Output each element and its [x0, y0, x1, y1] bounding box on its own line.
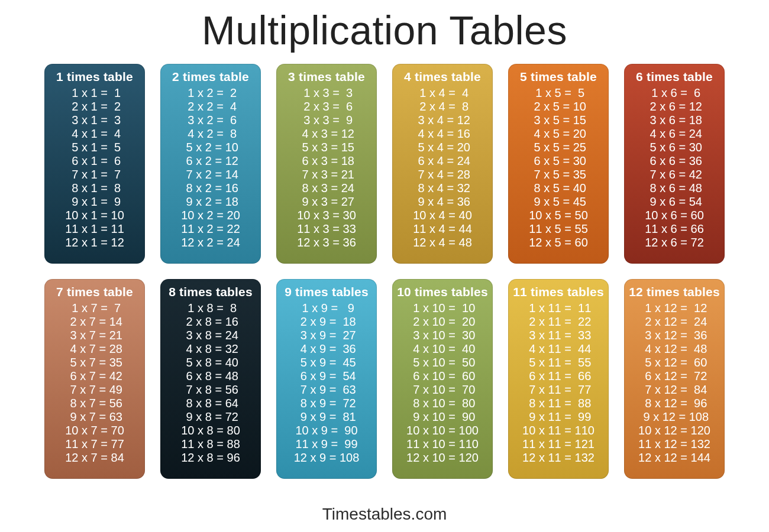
table-row: 9 x 3 = 27 [276, 195, 377, 209]
card-title: 4 times table [392, 70, 493, 84]
table-row: 7 x 3 = 21 [276, 168, 377, 181]
table-row: 10 x 8 = 80 [160, 424, 261, 437]
table-row: 8 x 12 = 96 [624, 397, 725, 410]
table-row: 7 x 9 = 63 [276, 383, 377, 397]
table-row: 8 x 11 = 88 [508, 397, 609, 410]
card-title: 5 times table [508, 70, 609, 84]
card-rows: 1 x 8 = 8 2 x 8 = 16 3 x 8 = 24 4 x 8 = … [160, 301, 261, 472]
table-row: 6 x 5 = 30 [508, 154, 609, 168]
table-row: 7 x 12 = 84 [624, 383, 725, 397]
table-row: 10 x 9 = 90 [276, 424, 377, 437]
table-row: 3 x 9 = 27 [276, 329, 377, 342]
card-title: 1 times table [44, 70, 145, 84]
table-row: 4 x 7 = 28 [44, 342, 145, 356]
table-row: 5 x 11 = 55 [508, 356, 609, 369]
table-row: 6 x 2 = 12 [160, 154, 261, 168]
table-row: 8 x 3 = 24 [276, 181, 377, 195]
table-row: 2 x 4 = 8 [392, 100, 493, 113]
table-row: 4 x 2 = 8 [160, 127, 261, 141]
table-row: 3 x 11 = 33 [508, 329, 609, 342]
card-rows: 1 x 10 = 10 2 x 10 = 20 3 x 10 = 30 4 x … [392, 301, 493, 472]
card-rows: 1 x 12 = 12 2 x 12 = 24 3 x 12 = 36 4 x … [624, 301, 725, 472]
table-row: 7 x 4 = 28 [392, 168, 493, 181]
table-row: 1 x 5 = 5 [508, 86, 609, 100]
table-row: 4 x 8 = 32 [160, 342, 261, 356]
table-row: 10 x 2 = 20 [160, 209, 261, 222]
table-row: 6 x 8 = 48 [160, 369, 261, 383]
table-row: 1 x 2 = 2 [160, 86, 261, 100]
table-row: 6 x 4 = 24 [392, 154, 493, 168]
table-row: 2 x 10 = 20 [392, 315, 493, 329]
table-row: 11 x 5 = 55 [508, 222, 609, 236]
table-row: 11 x 1 = 11 [44, 222, 145, 236]
card-rows: 1 x 3 = 3 2 x 3 = 6 3 x 3 = 9 4 x 3 = 12… [276, 86, 377, 257]
table-row: 2 x 9 = 18 [276, 315, 377, 329]
table-row: 9 x 6 = 54 [624, 195, 725, 209]
table-row: 1 x 12 = 12 [624, 301, 725, 315]
card-rows: 1 x 2 = 2 2 x 2 = 4 3 x 2 = 6 4 x 2 = 8 … [160, 86, 261, 257]
table-row: 9 x 11 = 99 [508, 410, 609, 424]
table-row: 5 x 6 = 30 [624, 141, 725, 154]
table-row: 7 x 10 = 70 [392, 383, 493, 397]
table-row: 3 x 10 = 30 [392, 329, 493, 342]
table-row: 10 x 5 = 50 [508, 209, 609, 222]
table-row: 5 x 3 = 15 [276, 141, 377, 154]
times-table-card-10: 10 times tables 1 x 10 = 10 2 x 10 = 20 … [392, 279, 493, 479]
table-row: 1 x 8 = 8 [160, 301, 261, 315]
table-row: 3 x 5 = 15 [508, 113, 609, 127]
table-row: 9 x 5 = 45 [508, 195, 609, 209]
table-row: 4 x 10 = 40 [392, 342, 493, 356]
table-row: 3 x 3 = 9 [276, 113, 377, 127]
table-row: 11 x 9 = 99 [276, 437, 377, 451]
table-row: 12 x 5 = 60 [508, 236, 609, 249]
table-row: 12 x 12 = 144 [624, 451, 725, 465]
table-row: 8 x 6 = 48 [624, 181, 725, 195]
table-row: 7 x 6 = 42 [624, 168, 725, 181]
table-row: 4 x 11 = 44 [508, 342, 609, 356]
table-row: 4 x 6 = 24 [624, 127, 725, 141]
table-row: 1 x 6 = 6 [624, 86, 725, 100]
table-row: 7 x 2 = 14 [160, 168, 261, 181]
table-row: 11 x 7 = 77 [44, 437, 145, 451]
card-rows: 1 x 4 = 4 2 x 4 = 8 3 x 4 = 12 4 x 4 = 1… [392, 86, 493, 257]
table-row: 9 x 7 = 63 [44, 410, 145, 424]
card-rows: 1 x 11 = 11 2 x 11 = 22 3 x 11 = 33 4 x … [508, 301, 609, 472]
table-row: 2 x 3 = 6 [276, 100, 377, 113]
table-row: 8 x 10 = 80 [392, 397, 493, 410]
table-row: 2 x 12 = 24 [624, 315, 725, 329]
table-row: 3 x 4 = 12 [392, 113, 493, 127]
table-row: 6 x 6 = 36 [624, 154, 725, 168]
table-row: 8 x 8 = 64 [160, 397, 261, 410]
card-title: 7 times table [44, 285, 145, 299]
table-row: 9 x 10 = 90 [392, 410, 493, 424]
table-row: 1 x 7 = 7 [44, 301, 145, 315]
table-row: 5 x 8 = 40 [160, 356, 261, 369]
tables-grid: 1 times table 1 x 1 = 1 2 x 1 = 2 3 x 1 … [0, 64, 769, 479]
times-table-card-5: 5 times table 1 x 5 = 5 2 x 5 = 10 3 x 5… [508, 64, 609, 264]
page-title: Multiplication Tables [0, 7, 769, 53]
table-row: 11 x 12 = 132 [624, 437, 725, 451]
table-row: 8 x 2 = 16 [160, 181, 261, 195]
table-row: 9 x 1 = 9 [44, 195, 145, 209]
table-row: 6 x 7 = 42 [44, 369, 145, 383]
card-rows: 1 x 9 = 9 2 x 9 = 18 3 x 9 = 27 4 x 9 = … [276, 301, 377, 472]
times-table-card-4: 4 times table 1 x 4 = 4 2 x 4 = 8 3 x 4 … [392, 64, 493, 264]
table-row: 4 x 1 = 4 [44, 127, 145, 141]
table-row: 5 x 4 = 20 [392, 141, 493, 154]
table-row: 10 x 6 = 60 [624, 209, 725, 222]
card-rows: 1 x 6 = 6 2 x 6 = 12 3 x 6 = 18 4 x 6 = … [624, 86, 725, 257]
table-row: 10 x 11 = 110 [508, 424, 609, 437]
table-row: 11 x 2 = 22 [160, 222, 261, 236]
table-row: 4 x 4 = 16 [392, 127, 493, 141]
table-row: 2 x 1 = 2 [44, 100, 145, 113]
table-row: 10 x 12 = 120 [624, 424, 725, 437]
table-row: 8 x 5 = 40 [508, 181, 609, 195]
table-row: 3 x 6 = 18 [624, 113, 725, 127]
card-title: 9 times tables [276, 285, 377, 299]
table-row: 11 x 4 = 44 [392, 222, 493, 236]
table-row: 1 x 11 = 11 [508, 301, 609, 315]
table-row: 3 x 7 = 21 [44, 329, 145, 342]
page: Multiplication Tables 1 times table 1 x … [0, 0, 769, 532]
times-table-card-2: 2 times table 1 x 2 = 2 2 x 2 = 4 3 x 2 … [160, 64, 261, 264]
times-table-card-11: 11 times tables 1 x 11 = 11 2 x 11 = 22 … [508, 279, 609, 479]
